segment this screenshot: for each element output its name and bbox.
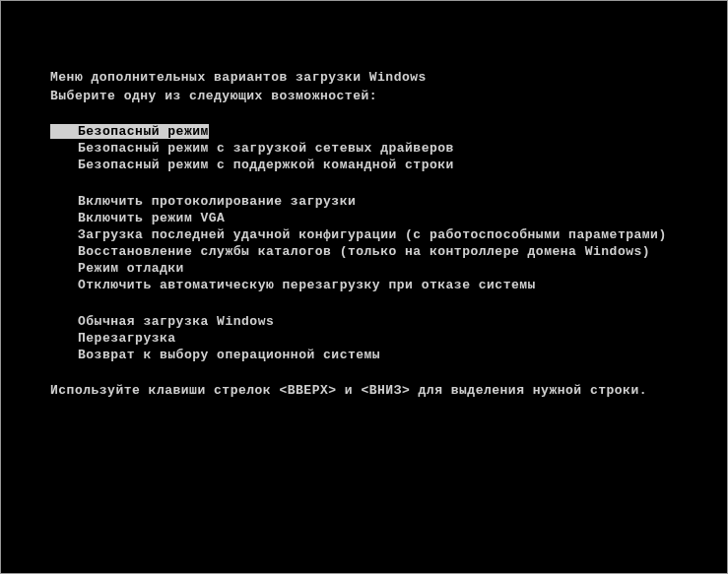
menu-subtitle: Выберите одну из следующих возможностей:: [50, 89, 678, 103]
menu-item-label: Загрузка последней удачной конфигурации …: [78, 227, 667, 242]
boot-menu-screen: Меню дополнительных вариантов загрузки W…: [1, 1, 727, 398]
menu-item-label: Отключить автоматическую перезагрузку пр…: [78, 278, 536, 292]
menu-item-label: Безопасный режим с поддержкой командной …: [78, 158, 454, 172]
menu-item-label: Возврат к выбору операционной системы: [78, 348, 380, 362]
menu-item-safe-mode-network[interactable]: Безопасный режим с загрузкой сетевых дра…: [78, 140, 678, 157]
menu-group-normal: Обычная загрузка Windows Перезагрузка Во…: [50, 313, 678, 363]
menu-item-label: Безопасный режим: [78, 124, 209, 139]
menu-item-disable-auto-restart[interactable]: Отключить автоматическую перезагрузку пр…: [78, 277, 678, 293]
menu-item-safe-mode-cmd[interactable]: Безопасный режим с поддержкой командной …: [78, 157, 678, 173]
menu-item-label: Обычная загрузка Windows: [78, 314, 274, 329]
menu-item-vga-mode[interactable]: Включить режим VGA: [78, 210, 678, 226]
boot-options-menu: Безопасный режим Безопасный режим с загр…: [50, 123, 678, 363]
menu-item-directory-restore[interactable]: Восстановление службы каталогов (только …: [78, 243, 678, 260]
menu-item-label: Режим отладки: [78, 261, 184, 276]
menu-item-reboot[interactable]: Перезагрузка: [78, 330, 678, 347]
menu-item-label: Перезагрузка: [78, 331, 176, 346]
navigation-hint: Используйте клавиши стрелок <ВВЕРХ> и <В…: [50, 383, 678, 398]
menu-item-debug-mode[interactable]: Режим отладки: [78, 260, 678, 277]
menu-item-boot-logging[interactable]: Включить протоколирование загрузки: [78, 193, 678, 210]
menu-group-advanced: Включить протоколирование загрузки Включ…: [50, 193, 678, 293]
menu-item-last-known-good[interactable]: Загрузка последней удачной конфигурации …: [78, 226, 678, 243]
menu-item-label: Включить режим VGA: [78, 211, 225, 225]
menu-item-label: Включить протоколирование загрузки: [78, 194, 356, 209]
menu-item-label: Безопасный режим с загрузкой сетевых дра…: [78, 141, 454, 156]
menu-item-start-normally[interactable]: Обычная загрузка Windows: [78, 313, 678, 330]
menu-item-return-os-choices[interactable]: Возврат к выбору операционной системы: [78, 347, 678, 363]
menu-item-label: Восстановление службы каталогов (только …: [78, 244, 650, 259]
menu-item-safe-mode[interactable]: Безопасный режим: [50, 123, 678, 140]
menu-group-safe-mode: Безопасный режим Безопасный режим с загр…: [50, 123, 678, 173]
menu-title: Меню дополнительных вариантов загрузки W…: [50, 70, 678, 85]
